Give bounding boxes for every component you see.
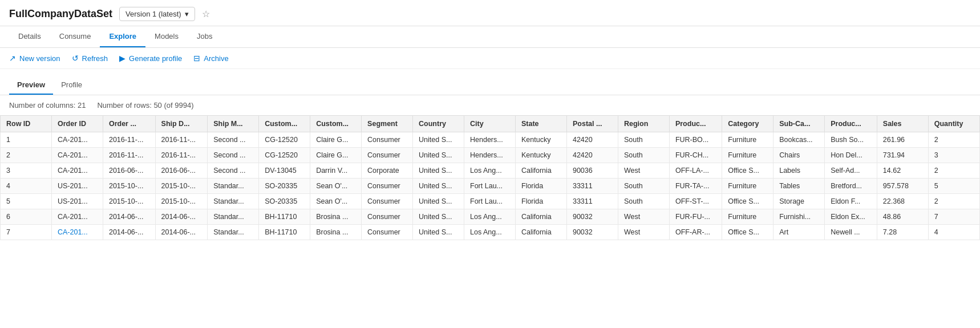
table-cell: Second ... bbox=[208, 148, 259, 163]
archive-button[interactable]: ⊟ Archive bbox=[193, 54, 228, 63]
chevron-down-icon: ▾ bbox=[185, 10, 189, 18]
col-region: Region bbox=[618, 116, 669, 132]
generate-profile-icon: ▶ bbox=[119, 54, 125, 63]
table-cell: Office S... bbox=[722, 194, 774, 209]
table-cell: 22.368 bbox=[877, 194, 928, 209]
table-cell: 7 bbox=[928, 209, 979, 225]
favorite-button[interactable]: ☆ bbox=[202, 9, 210, 19]
table-cell: FUR-TA-... bbox=[669, 179, 722, 194]
table-cell: 3 bbox=[928, 148, 979, 163]
archive-label: Archive bbox=[204, 54, 228, 63]
data-table-container[interactable]: Row ID Order ID Order ... Ship D... Ship… bbox=[0, 115, 980, 240]
table-cell: Storage bbox=[774, 194, 825, 209]
table-cell: Eldon Ex... bbox=[825, 209, 877, 225]
table-cell: US-201... bbox=[51, 194, 103, 209]
tab-explore[interactable]: Explore bbox=[100, 26, 145, 47]
table-cell: 2014-06-... bbox=[103, 225, 155, 240]
table-cell: SO-20335 bbox=[259, 194, 310, 209]
tab-profile[interactable]: Profile bbox=[53, 76, 90, 95]
generate-profile-button[interactable]: ▶ Generate profile bbox=[119, 54, 182, 63]
tab-consume[interactable]: Consume bbox=[50, 26, 100, 47]
table-header-row: Row ID Order ID Order ... Ship D... Ship… bbox=[1, 116, 980, 132]
refresh-label: Refresh bbox=[82, 54, 108, 63]
table-cell: Darrin V... bbox=[310, 163, 362, 179]
columns-info: Number of columns: 21 bbox=[9, 101, 86, 110]
table-cell: 48.86 bbox=[877, 209, 928, 225]
table-cell: 2014-06-... bbox=[155, 225, 208, 240]
table-cell: 42420 bbox=[566, 148, 618, 163]
col-state: State bbox=[516, 116, 567, 132]
col-order-id: Order ID bbox=[51, 116, 103, 132]
refresh-button[interactable]: ↺ Refresh bbox=[72, 54, 108, 63]
col-sales: Sales bbox=[877, 116, 928, 132]
table-cell: Labels bbox=[774, 163, 825, 179]
table-cell: 957.578 bbox=[877, 179, 928, 194]
table-cell: Standar... bbox=[208, 179, 259, 194]
table-cell: United S... bbox=[413, 148, 464, 163]
tab-jobs[interactable]: Jobs bbox=[188, 26, 221, 47]
col-customer-id: Custom... bbox=[259, 116, 310, 132]
table-cell: 2015-10-... bbox=[155, 179, 208, 194]
table-cell: Consumer bbox=[362, 225, 413, 240]
col-customer-name: Custom... bbox=[310, 116, 362, 132]
table-cell: 42420 bbox=[566, 132, 618, 148]
table-cell: Bretford... bbox=[825, 179, 877, 194]
table-cell: California bbox=[516, 225, 567, 240]
table-cell: Bookcas... bbox=[774, 132, 825, 148]
table-cell: Corporate bbox=[362, 163, 413, 179]
table-cell: Office S... bbox=[722, 163, 774, 179]
table-cell: 2014-06-... bbox=[103, 209, 155, 225]
table-row: 2CA-201...2016-11-...2016-11-...Second .… bbox=[1, 148, 980, 163]
tab-details[interactable]: Details bbox=[9, 26, 50, 47]
table-cell: 731.94 bbox=[877, 148, 928, 163]
table-cell: 2016-06-... bbox=[103, 163, 155, 179]
toolbar: ↗ New version ↺ Refresh ▶ Generate profi… bbox=[0, 48, 980, 69]
table-cell: 33311 bbox=[566, 179, 618, 194]
table-cell: BH-11710 bbox=[259, 225, 310, 240]
table-cell: Kentucky bbox=[516, 148, 567, 163]
new-version-button[interactable]: ↗ New version bbox=[9, 54, 60, 63]
col-sub-category: Sub-Ca... bbox=[774, 116, 825, 132]
table-cell: Office S... bbox=[722, 225, 774, 240]
table-cell: South bbox=[618, 132, 669, 148]
star-icon: ☆ bbox=[202, 9, 210, 19]
version-selector[interactable]: Version 1 (latest) ▾ bbox=[119, 7, 195, 21]
table-cell: Furniture bbox=[722, 209, 774, 225]
table-cell: Los Ang... bbox=[464, 163, 516, 179]
table-cell: 4 bbox=[928, 225, 979, 240]
col-postal-code: Postal ... bbox=[566, 116, 618, 132]
table-cell: Sean O'... bbox=[310, 194, 362, 209]
table-cell: 90032 bbox=[566, 209, 618, 225]
table-cell: Henders... bbox=[464, 148, 516, 163]
tab-preview[interactable]: Preview bbox=[9, 76, 53, 95]
table-cell: 2 bbox=[928, 163, 979, 179]
col-ship-date: Ship D... bbox=[155, 116, 208, 132]
table-cell: Henders... bbox=[464, 132, 516, 148]
col-product-name: Produc... bbox=[825, 116, 877, 132]
col-city: City bbox=[464, 116, 516, 132]
table-cell: 2016-06-... bbox=[155, 163, 208, 179]
table-cell: Los Ang... bbox=[464, 225, 516, 240]
table-cell: Furnishi... bbox=[774, 209, 825, 225]
table-cell: FUR-CH... bbox=[669, 148, 722, 163]
table-cell: Eldon F... bbox=[825, 194, 877, 209]
table-cell: FUR-FU-... bbox=[669, 209, 722, 225]
table-cell: CG-12520 bbox=[259, 132, 310, 148]
table-cell: Chairs bbox=[774, 148, 825, 163]
table-cell: Fort Lau... bbox=[464, 179, 516, 194]
table-cell: West bbox=[618, 209, 669, 225]
table-cell: Claire G... bbox=[310, 148, 362, 163]
table-cell: 2016-11-... bbox=[155, 132, 208, 148]
table-cell: United S... bbox=[413, 179, 464, 194]
tab-models[interactable]: Models bbox=[145, 26, 188, 47]
table-cell: 2015-10-... bbox=[103, 179, 155, 194]
table-cell: OFF-AR-... bbox=[669, 225, 722, 240]
table-cell: 90032 bbox=[566, 225, 618, 240]
table-cell: United S... bbox=[413, 209, 464, 225]
content-tabs: Preview Profile bbox=[0, 69, 980, 95]
table-cell: 2015-10-... bbox=[103, 194, 155, 209]
table-cell: 14.62 bbox=[877, 163, 928, 179]
table-cell: 5 bbox=[1, 194, 52, 209]
table-cell: South bbox=[618, 179, 669, 194]
col-category: Category bbox=[722, 116, 774, 132]
